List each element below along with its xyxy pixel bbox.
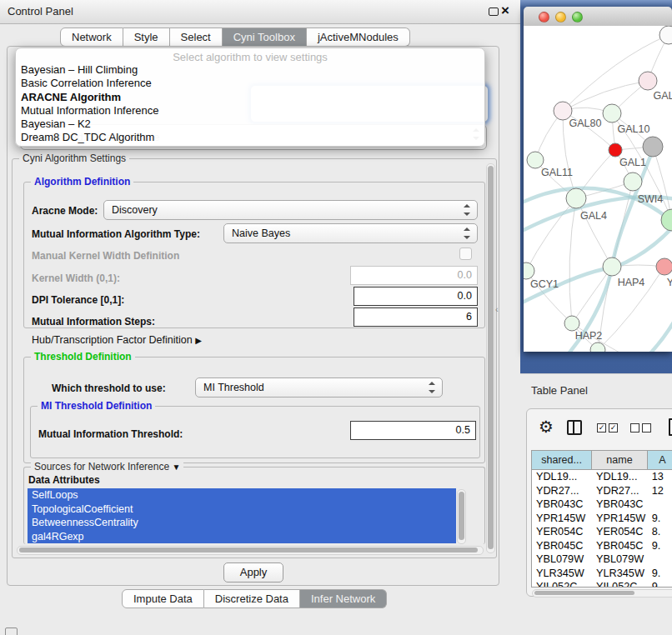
settings-horizontal-scrollbar[interactable] <box>17 546 484 555</box>
table-row[interactable]: YPR145W YPR145W 9. <box>532 512 672 526</box>
which-threshold-select[interactable]: MI Threshold <box>195 378 443 398</box>
graph-node[interactable] <box>566 188 586 208</box>
dropdown-item[interactable]: Bayesian – K2 <box>16 118 484 131</box>
dropdown-item[interactable]: Dream8 DC_TDC Algorithm <box>16 131 484 144</box>
zoom-window-icon[interactable] <box>572 12 583 22</box>
select-all-checkbox-icon[interactable]: ✓ <box>597 423 606 432</box>
graph-node[interactable] <box>656 258 672 275</box>
deselect-all-checkbox-icon[interactable] <box>642 423 651 432</box>
tab[interactable]: Select <box>170 28 223 47</box>
cell-name: YDL19... <box>592 470 648 484</box>
network-view-window: GALGAL80GAL10GAL1GAL11GAL4SWI4YHAP4GCY1H… <box>524 7 672 352</box>
table-horizontal-scrollbar[interactable] <box>532 589 672 598</box>
mi-steps-input[interactable]: 6 <box>354 308 478 327</box>
node-label: GAL80 <box>569 118 602 129</box>
graph-node[interactable] <box>639 72 657 90</box>
attribute-list-scrollbar[interactable] <box>457 489 466 544</box>
panel-title: Control Panel <box>8 5 73 18</box>
graph-node[interactable] <box>527 152 544 168</box>
cell-name: YBL079W <box>592 552 648 567</box>
dropdown-item-label: ARACNE Algorithm <box>21 91 121 103</box>
columns-icon[interactable] <box>567 420 582 435</box>
table-panel-container: ⚙ ✓ ✓ shared... name A <box>526 408 672 597</box>
minimize-window-icon[interactable] <box>555 12 566 22</box>
column-header[interactable]: shared... <box>532 451 592 469</box>
panel-splitter-grip[interactable]: ‹ <box>495 304 499 314</box>
table-row[interactable]: YLR345W YLR345W 9. <box>532 567 672 581</box>
graph-node[interactable] <box>603 104 621 122</box>
attribute-item-selected[interactable]: SelfLoops <box>28 488 456 502</box>
table-row[interactable]: YBR043C YBR043C <box>532 498 672 512</box>
dock-panel-icon[interactable] <box>5 628 18 635</box>
table-row[interactable]: YDL19... YDL19... 13 <box>532 470 672 484</box>
node-label: GAL4 <box>580 210 607 222</box>
graph-node[interactable] <box>609 143 622 157</box>
sources-expander[interactable]: Sources for Network Inference ▼ <box>31 461 183 472</box>
network-graph[interactable]: GALGAL80GAL10GAL1GAL11GAL4SWI4YHAP4GCY1H… <box>524 26 672 352</box>
tab[interactable]: Network <box>60 28 123 47</box>
cell-value <box>648 498 672 512</box>
node-label: GCY1 <box>530 278 559 290</box>
graph-node[interactable] <box>590 342 605 352</box>
tab-label: Network <box>72 29 112 46</box>
deselect-all-checkbox-icon[interactable] <box>630 423 639 432</box>
graph-node[interactable] <box>659 26 672 44</box>
screenshot-root: Control Panel × Network Style Select <box>0 0 672 635</box>
tab[interactable]: Style <box>123 28 170 47</box>
close-icon[interactable]: × <box>501 2 509 19</box>
node-label: HAP4 <box>618 277 645 288</box>
tab-label: Style <box>134 29 158 46</box>
cell-shared-name: YDL19... <box>532 470 592 484</box>
attribute-item-selected[interactable]: BetweennessCentrality <box>28 516 456 530</box>
mi-threshold-input[interactable]: 0.5 <box>350 421 476 440</box>
table-row[interactable]: YDR27... YDR27... 12 <box>532 484 672 498</box>
dpi-tolerance-input[interactable]: 0.0 <box>354 287 478 306</box>
table-row[interactable]: YBL079W YBL079W <box>532 552 672 567</box>
graph-node[interactable] <box>603 258 621 276</box>
dropdown-item[interactable]: ARACNE Algorithm <box>16 91 484 104</box>
aracne-mode-value: Discovery <box>112 204 158 216</box>
apply-button[interactable]: Apply <box>223 562 283 582</box>
aracne-mode-label: Aracne Mode: <box>32 205 98 217</box>
bottom-tab[interactable]: Infer Network <box>300 589 387 608</box>
kernel-width-input[interactable]: 0.0 <box>350 266 478 285</box>
dropdown-item[interactable]: Mutual Information Inference <box>16 104 484 118</box>
graph-node[interactable] <box>564 316 579 331</box>
node-label: Y <box>667 277 672 288</box>
graph-node[interactable] <box>624 172 642 191</box>
tab[interactable]: jActiveMNodules <box>307 28 410 47</box>
close-window-icon[interactable] <box>539 12 549 22</box>
aracne-mode-select[interactable]: Discovery <box>103 200 478 220</box>
cell-value: 12 <box>648 484 672 498</box>
bottom-tab[interactable]: Impute Data <box>122 589 204 608</box>
node-label: GAL <box>653 90 672 102</box>
dropdown-item[interactable]: Bayesian – Hill Climbing <box>16 63 484 77</box>
column-header[interactable]: A <box>648 451 672 469</box>
cell-shared-name: YBR045C <box>532 539 592 553</box>
column-header[interactable]: name <box>592 451 648 469</box>
table-row[interactable]: YBR045C YBR045C 9. <box>532 539 672 553</box>
attribute-item-selected[interactable]: gal4RGexp <box>28 530 456 544</box>
float-panel-icon[interactable] <box>489 8 499 16</box>
bottom-tab[interactable]: Discretize Data <box>204 589 300 608</box>
select-all-checkbox-icon[interactable]: ✓ <box>609 423 618 432</box>
hub-definition-expander[interactable]: Hub/Transcription Factor Definition ▶ <box>32 334 202 346</box>
dropdown-item-label: Basic Correlation Inference <box>21 77 152 89</box>
attribute-item-selected[interactable]: TopologicalCoefficient <box>28 502 456 517</box>
new-table-icon[interactable] <box>669 418 672 436</box>
node-table: shared... name A YDL19... YDL19... 13 <box>531 450 672 588</box>
mi-algorithm-type-select[interactable]: Naive Bayes <box>223 223 478 243</box>
tab[interactable]: Cyni Toolbox <box>223 28 307 47</box>
table-row[interactable]: YER054C YER054C 8. <box>532 525 672 539</box>
gear-icon[interactable]: ⚙ <box>539 417 554 437</box>
mi-algorithm-type-label: Mutual Information Algorithm Type: <box>32 228 200 240</box>
table-row[interactable]: YIL052C YIL052C 9. <box>532 580 672 587</box>
dropdown-item[interactable]: Basic Correlation Inference <box>16 77 484 90</box>
manual-kernel-width-checkbox[interactable] <box>459 248 472 260</box>
graph-node[interactable] <box>643 137 663 157</box>
dropdown-prompt: Select algorithm to view settings <box>16 51 484 63</box>
cell-value: 8. <box>648 525 672 539</box>
settings-vertical-scrollbar[interactable] <box>486 163 495 553</box>
graph-node[interactable] <box>524 262 534 279</box>
network-canvas[interactable]: GALGAL80GAL10GAL1GAL11GAL4SWI4YHAP4GCY1H… <box>524 26 672 352</box>
